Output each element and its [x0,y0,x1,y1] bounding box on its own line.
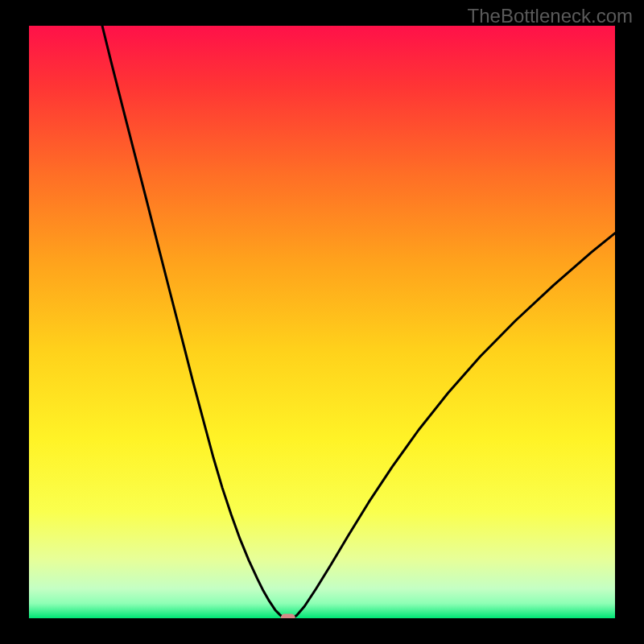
bottleneck-chart: TheBottleneck.com [0,0,644,644]
chart-svg [0,0,644,644]
optimal-point-marker [281,614,295,623]
watermark-label: TheBottleneck.com [468,5,633,27]
heat-gradient-background [29,26,615,618]
